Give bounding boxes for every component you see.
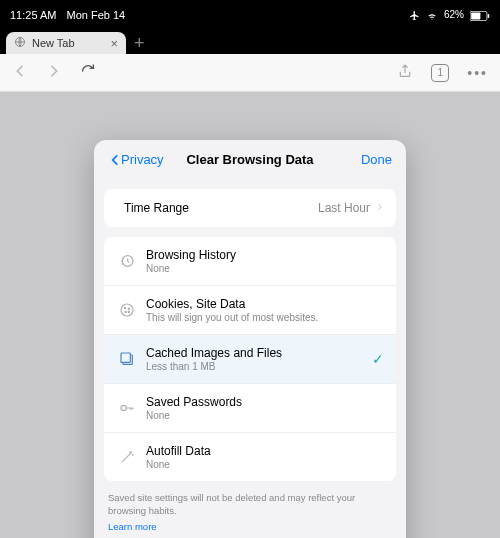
footer-note: Saved site settings will not be deleted … [94,481,406,537]
share-icon[interactable] [397,63,413,83]
data-items-section: Browsing History None Cookies, Site Data… [104,237,396,481]
svg-point-6 [124,307,125,308]
autofill-row[interactable]: Autofill Data None [104,433,396,481]
status-time: 11:25 AM [10,9,56,21]
item-title: Saved Passwords [146,395,384,409]
item-sub: None [146,263,384,274]
svg-rect-11 [121,353,130,362]
svg-rect-1 [471,12,480,19]
images-icon [116,351,138,367]
wand-icon [116,449,138,465]
reload-icon[interactable] [80,63,96,83]
time-range-row[interactable]: Time Range Last Hour [104,189,396,227]
time-range-value: Last Hour [318,201,370,215]
svg-point-7 [128,308,129,309]
item-sub: This will sign you out of most websites. [146,312,384,323]
item-title: Cached Images and Files [146,346,384,360]
checkmark-icon: ✓ [372,351,384,367]
svg-rect-2 [488,14,490,18]
browser-tab[interactable]: New Tab × [6,32,126,54]
battery-icon [470,9,490,20]
item-sub: None [146,410,384,421]
done-button[interactable]: Done [361,152,392,167]
globe-icon [14,36,26,50]
close-icon[interactable]: × [110,37,118,50]
browsing-history-row[interactable]: Browsing History None [104,237,396,286]
modal-header: Privacy Clear Browsing Data Done [94,140,406,179]
clear-browsing-data-modal: Privacy Clear Browsing Data Done Time Ra… [94,140,406,538]
back-label: Privacy [121,152,164,167]
history-icon [116,253,138,269]
svg-point-12 [121,405,126,410]
cookies-row[interactable]: Cookies, Site Data This will sign you ou… [104,286,396,335]
svg-point-8 [125,311,126,312]
more-icon[interactable]: ••• [467,65,488,81]
cookie-icon [116,302,138,318]
back-icon[interactable] [12,63,28,83]
svg-point-9 [128,311,129,312]
browser-toolbar: 1 ••• [0,54,500,92]
cached-images-row[interactable]: Cached Images and Files Less than 1 MB ✓ [104,335,396,384]
chevron-right-icon [376,200,384,216]
forward-icon[interactable] [46,63,62,83]
time-range-section: Time Range Last Hour [104,189,396,227]
wifi-icon [426,9,438,20]
item-title: Autofill Data [146,444,384,458]
item-sub: Less than 1 MB [146,361,384,372]
item-sub: None [146,459,384,470]
airplane-icon [409,9,420,21]
tab-label: New Tab [32,37,75,49]
item-title: Cookies, Site Data [146,297,384,311]
key-icon [116,400,138,416]
tab-count[interactable]: 1 [431,64,449,82]
time-range-label: Time Range [124,201,318,215]
learn-more-link[interactable]: Learn more [108,520,392,533]
saved-passwords-row[interactable]: Saved Passwords None [104,384,396,433]
battery-pct: 62% [444,9,464,20]
back-button[interactable]: Privacy [108,152,164,167]
new-tab-button[interactable]: + [134,34,145,52]
item-title: Browsing History [146,248,384,262]
device-frame: 11:25 AM Mon Feb 14 62% New Tab × + [0,0,500,538]
svg-point-5 [121,304,133,316]
status-bar: 11:25 AM Mon Feb 14 62% [0,0,500,30]
tab-strip: New Tab × + [0,30,500,54]
status-date: Mon Feb 14 [66,9,125,21]
